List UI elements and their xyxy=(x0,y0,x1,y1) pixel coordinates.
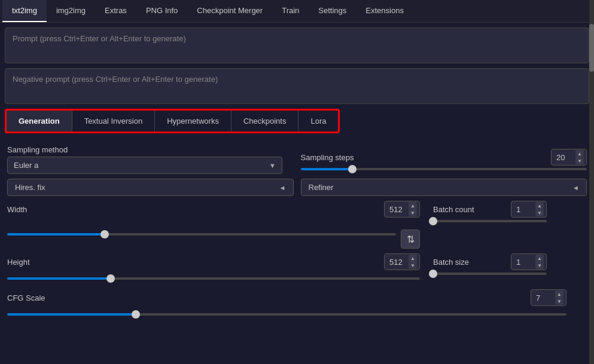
width-value: 512 xyxy=(389,205,403,214)
controls-area: Sampling method Euler a ▼ Sampling steps… xyxy=(5,145,589,320)
batch-size-input[interactable]: 1 ▲ ▼ xyxy=(511,253,547,270)
batch-count-up[interactable]: ▲ xyxy=(535,202,544,209)
sampling-method-value: Euler a xyxy=(14,161,38,170)
batch-count-spinners: ▲ ▼ xyxy=(535,202,544,216)
cfg-scale-track xyxy=(7,313,566,316)
sampling-steps-fill xyxy=(301,168,352,170)
height-input[interactable]: 512 ▲ ▼ xyxy=(384,253,420,270)
batch-size-track xyxy=(433,273,547,275)
batch-count-thumb[interactable] xyxy=(429,217,437,225)
hires-fix-label: Hires. fix xyxy=(15,183,45,192)
sampling-method-dropdown[interactable]: Euler a ▼ xyxy=(7,157,282,174)
sub-tabs-container: Generation Textual Inversion Hypernetwor… xyxy=(5,109,340,133)
scrollbar-thumb[interactable] xyxy=(589,24,594,72)
cfg-scale-slider-wrapper xyxy=(7,308,566,320)
refiner-button[interactable]: Refiner ◄ xyxy=(301,179,587,196)
sampling-steps-slider-wrapper xyxy=(301,168,587,170)
tab-extensions[interactable]: Extensions xyxy=(356,0,413,22)
batch-count-label: Batch count xyxy=(433,205,474,214)
sampling-steps-up[interactable]: ▲ xyxy=(575,150,584,157)
cfg-scale-spinners: ▲ ▼ xyxy=(555,290,563,305)
sub-tab-textual-inversion[interactable]: Textual Inversion xyxy=(72,111,156,131)
cfg-scale-up[interactable]: ▲ xyxy=(555,290,563,298)
width-down[interactable]: ▼ xyxy=(409,209,417,216)
height-up[interactable]: ▲ xyxy=(409,255,417,262)
batch-size-spinners: ▲ ▼ xyxy=(535,255,544,269)
cfg-scale-input[interactable]: 7 ▲ ▼ xyxy=(531,289,566,306)
tab-train[interactable]: Train xyxy=(272,0,309,22)
width-spinners: ▲ ▼ xyxy=(409,202,417,216)
batch-count-input[interactable]: 1 ▲ ▼ xyxy=(511,201,547,218)
height-label: Height xyxy=(7,258,30,267)
cfg-scale-value: 7 xyxy=(536,293,540,302)
sub-tab-lora[interactable]: Lora xyxy=(298,111,338,131)
batch-count-value: 1 xyxy=(516,205,520,214)
sampling-steps-input[interactable]: 20 ▲ ▼ xyxy=(551,149,587,166)
dropdown-arrow-icon: ▼ xyxy=(269,162,276,169)
width-label: Width xyxy=(7,205,27,214)
top-navigation: txt2img img2img Extras PNG Info Checkpoi… xyxy=(0,0,594,23)
height-thumb[interactable] xyxy=(106,274,115,283)
hires-fix-arrow-icon: ◄ xyxy=(279,184,286,191)
negative-prompt-placeholder: Negative prompt (press Ctrl+Enter or Alt… xyxy=(13,75,218,84)
sampling-steps-spinners: ▲ ▼ xyxy=(575,150,584,164)
sampling-steps-down[interactable]: ▼ xyxy=(575,157,584,164)
sampling-method-label: Sampling method xyxy=(7,145,294,154)
width-fill xyxy=(7,233,105,235)
width-thumb[interactable] xyxy=(100,230,109,238)
cfg-scale-down[interactable]: ▼ xyxy=(555,298,563,305)
width-input[interactable]: 512 ▲ ▼ xyxy=(384,201,420,218)
refiner-arrow-icon: ◄ xyxy=(572,184,579,191)
height-track xyxy=(7,277,420,280)
main-content: Prompt (press Ctrl+Enter or Alt+Enter to… xyxy=(0,23,594,320)
sub-tab-hypernetworks[interactable]: Hypernetworks xyxy=(155,111,231,131)
height-fill xyxy=(7,277,111,280)
height-down[interactable]: ▼ xyxy=(409,262,417,269)
cfg-scale-thumb[interactable] xyxy=(132,310,140,319)
sub-tab-generation[interactable]: Generation xyxy=(7,111,72,131)
tab-txt2img[interactable]: txt2img xyxy=(2,0,47,22)
negative-prompt[interactable]: Negative prompt (press Ctrl+Enter or Alt… xyxy=(5,68,589,104)
batch-size-label: Batch size xyxy=(433,258,469,267)
batch-size-down[interactable]: ▼ xyxy=(535,262,544,269)
tab-checkpoint-merger[interactable]: Checkpoint Merger xyxy=(187,0,272,22)
height-value: 512 xyxy=(389,258,403,267)
swap-dimensions-button[interactable]: ⇅ xyxy=(401,230,420,249)
positive-prompt[interactable]: Prompt (press Ctrl+Enter or Alt+Enter to… xyxy=(5,27,589,63)
refiner-label: Refiner xyxy=(309,183,334,192)
batch-size-up[interactable]: ▲ xyxy=(535,255,544,262)
swap-icon: ⇅ xyxy=(407,234,415,245)
sampling-steps-thumb[interactable] xyxy=(348,165,357,173)
cfg-scale-label: CFG Scale xyxy=(7,293,45,302)
hires-fix-button[interactable]: Hires. fix ◄ xyxy=(7,179,294,196)
sampling-steps-value: 20 xyxy=(556,153,565,162)
width-slider-wrapper xyxy=(7,228,396,240)
batch-size-thumb[interactable] xyxy=(429,270,437,278)
width-up[interactable]: ▲ xyxy=(409,202,417,209)
scrollbar[interactable] xyxy=(589,0,594,364)
batch-count-track xyxy=(433,220,547,222)
tab-png-info[interactable]: PNG Info xyxy=(136,0,187,22)
batch-count-down[interactable]: ▼ xyxy=(535,209,544,216)
tab-extras[interactable]: Extras xyxy=(95,0,136,22)
batch-size-value: 1 xyxy=(516,258,520,267)
height-spinners: ▲ ▼ xyxy=(409,255,417,269)
sampling-steps-label: Sampling steps xyxy=(301,153,354,162)
tab-settings[interactable]: Settings xyxy=(309,0,356,22)
cfg-scale-fill xyxy=(7,313,136,316)
height-slider-wrapper xyxy=(7,273,420,285)
batch-size-slider-wrapper xyxy=(433,273,547,275)
sub-tab-checkpoints[interactable]: Checkpoints xyxy=(231,111,299,131)
sampling-steps-track xyxy=(301,168,587,170)
positive-prompt-placeholder: Prompt (press Ctrl+Enter or Alt+Enter to… xyxy=(13,34,186,43)
batch-count-slider-wrapper xyxy=(433,220,547,222)
width-track xyxy=(7,233,396,235)
tab-img2img[interactable]: img2img xyxy=(47,0,95,22)
